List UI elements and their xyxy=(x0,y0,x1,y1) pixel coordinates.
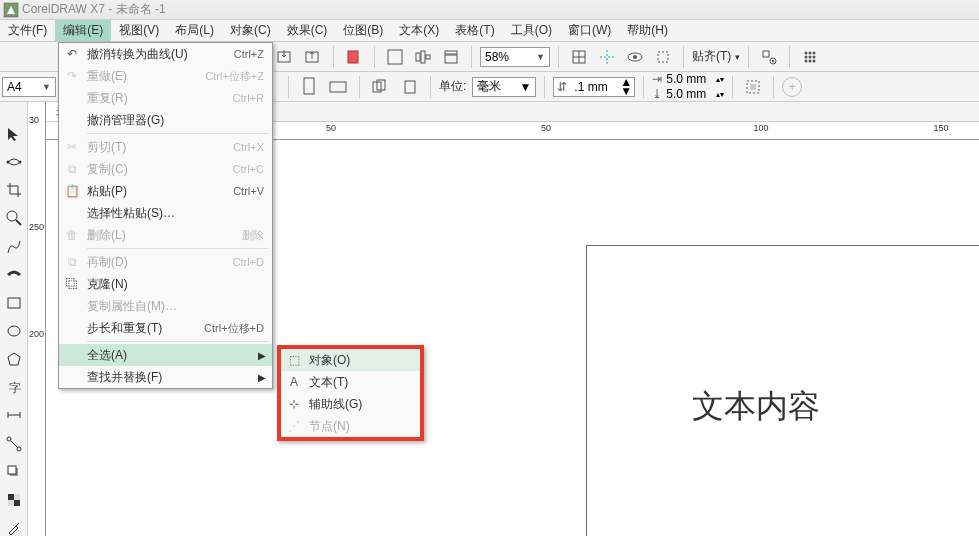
fullscreen-icon[interactable] xyxy=(383,45,407,69)
dup-x-value[interactable]: 5.0 mm xyxy=(666,72,716,86)
app-launcher-icon[interactable] xyxy=(798,45,822,69)
svg-point-48 xyxy=(7,437,11,441)
menu-window[interactable]: 窗口(W) xyxy=(560,20,619,41)
dup-y-value[interactable]: 5.0 mm xyxy=(666,87,716,101)
show-printable-icon[interactable] xyxy=(651,45,675,69)
dup-x-icon: ⇥ xyxy=(652,72,666,86)
orientation-portrait-icon[interactable] xyxy=(297,75,321,99)
nudge-distance-input[interactable]: ⇵ .1 mm ▲▼ xyxy=(553,77,635,97)
zoom-level-input[interactable]: 58% ▼ xyxy=(480,47,550,67)
dup-y-icon: ⤓ xyxy=(652,87,666,101)
paper-size-selector[interactable]: A4 ▼ xyxy=(2,77,56,97)
sample-text-object[interactable]: 文本内容 xyxy=(692,385,820,429)
paper-size-value: A4 xyxy=(7,80,22,94)
menu-bitmap[interactable]: 位图(B) xyxy=(335,20,391,41)
show-guides-icon[interactable] xyxy=(595,45,619,69)
copy-icon: ⧉ xyxy=(63,162,81,176)
submenu-guides[interactable]: ⊹ 辅助线(G) xyxy=(281,393,420,415)
menu-help[interactable]: 帮助(H) xyxy=(619,20,676,41)
svg-rect-6 xyxy=(421,51,425,63)
svg-rect-54 xyxy=(14,500,20,506)
menu-undo[interactable]: ↶ 撤消转换为曲线(U)Ctrl+Z xyxy=(59,43,272,65)
options-icon[interactable] xyxy=(757,45,781,69)
svg-point-22 xyxy=(804,51,807,54)
svg-point-23 xyxy=(808,51,811,54)
svg-rect-37 xyxy=(750,84,756,90)
zoom-levels-icon[interactable] xyxy=(411,45,435,69)
menu-undo-manager[interactable]: 撤消管理器(G) xyxy=(59,109,272,131)
publish-pdf-icon[interactable] xyxy=(342,45,366,69)
text-icon: A xyxy=(285,375,303,389)
svg-rect-42 xyxy=(8,298,20,308)
menu-paste[interactable]: 📋 粘贴(P)Ctrl+V xyxy=(59,180,272,202)
spinner-buttons[interactable]: ▲▼ xyxy=(620,78,634,96)
toolbox: 字 xyxy=(0,102,28,536)
pick-tool-icon[interactable] xyxy=(3,126,25,142)
orientation-landscape-icon[interactable] xyxy=(327,75,351,99)
svg-point-39 xyxy=(18,161,21,164)
svg-rect-53 xyxy=(8,494,14,500)
svg-rect-17 xyxy=(658,52,668,62)
menu-tools[interactable]: 工具(O) xyxy=(503,20,560,41)
snap-to-dropdown[interactable]: 贴齐(T) ▾ xyxy=(692,48,740,65)
menu-clone[interactable]: ⿻ 克隆(N) xyxy=(59,273,272,295)
menu-paste-special[interactable]: 选择性粘贴(S)… xyxy=(59,202,272,224)
svg-rect-31 xyxy=(304,78,314,94)
svg-point-49 xyxy=(17,447,21,451)
svg-point-16 xyxy=(633,55,637,59)
freehand-tool-icon[interactable] xyxy=(3,239,25,255)
menu-edit[interactable]: 编辑(E) xyxy=(55,20,111,41)
menu-select-all[interactable]: 全选(A)▶ xyxy=(59,344,272,366)
svg-rect-18 xyxy=(763,51,769,57)
artistic-media-icon[interactable] xyxy=(3,267,25,283)
menu-step-repeat[interactable]: 步长和重复(T)Ctrl+位移+D xyxy=(59,317,272,339)
menu-repeat: 重复(R)Ctrl+R xyxy=(59,87,272,109)
submenu-text[interactable]: A 文本(T) xyxy=(281,371,420,393)
units-selector[interactable]: 毫米 ▼ xyxy=(472,77,536,97)
show-grid-icon[interactable] xyxy=(567,45,591,69)
units-value: 毫米 xyxy=(477,78,501,95)
all-pages-icon[interactable] xyxy=(368,75,392,99)
transparency-tool-icon[interactable] xyxy=(3,492,25,508)
menu-text[interactable]: 文本(X) xyxy=(391,20,447,41)
cut-icon: ✂ xyxy=(63,140,81,154)
menu-layout[interactable]: 布局(L) xyxy=(167,20,222,41)
svg-point-25 xyxy=(804,55,807,58)
clone-icon: ⿻ xyxy=(63,277,81,291)
svg-point-28 xyxy=(804,59,807,62)
dimension-tool-icon[interactable] xyxy=(3,407,25,423)
submenu-objects[interactable]: ⬚ 对象(O) xyxy=(281,349,420,371)
menu-effects[interactable]: 效果(C) xyxy=(279,20,336,41)
show-rulers-icon[interactable] xyxy=(439,45,463,69)
menu-copy: ⧉ 复制(C)Ctrl+C xyxy=(59,158,272,180)
submenu-arrow-icon: ▶ xyxy=(258,372,266,383)
app-title: CorelDRAW X7 - 未命名 -1 xyxy=(22,1,166,18)
menu-object[interactable]: 对象(C) xyxy=(222,20,279,41)
shape-tool-icon[interactable] xyxy=(3,154,25,170)
polygon-tool-icon[interactable] xyxy=(3,351,25,367)
nudge-value: .1 mm xyxy=(570,80,620,94)
zoom-tool-icon[interactable] xyxy=(3,210,25,226)
drop-shadow-tool-icon[interactable] xyxy=(3,464,25,480)
svg-text:字: 字 xyxy=(9,381,21,395)
menu-redo: ↷ 重做(E)Ctrl+位移+Z xyxy=(59,65,272,87)
preview-icon[interactable] xyxy=(623,45,647,69)
treat-as-filled-icon[interactable] xyxy=(741,75,765,99)
crop-tool-icon[interactable] xyxy=(3,182,25,198)
menu-find-replace[interactable]: 查找并替换(F)▶ xyxy=(59,366,272,388)
current-page-icon[interactable] xyxy=(398,75,422,99)
ellipse-tool-icon[interactable] xyxy=(3,323,25,339)
connector-tool-icon[interactable] xyxy=(3,436,25,452)
export-icon[interactable] xyxy=(301,45,325,69)
text-tool-icon[interactable]: 字 xyxy=(3,379,25,395)
menu-view[interactable]: 视图(V) xyxy=(111,20,167,41)
add-preset-button[interactable]: + xyxy=(782,77,802,97)
menu-file[interactable]: 文件(F) xyxy=(0,20,55,41)
menu-table[interactable]: 表格(T) xyxy=(447,20,502,41)
eyedropper-tool-icon[interactable] xyxy=(3,520,25,536)
svg-rect-9 xyxy=(445,55,457,63)
svg-rect-52 xyxy=(8,466,16,474)
vertical-ruler: 30 250 200 xyxy=(28,102,46,536)
import-icon[interactable] xyxy=(273,45,297,69)
rectangle-tool-icon[interactable] xyxy=(3,295,25,311)
